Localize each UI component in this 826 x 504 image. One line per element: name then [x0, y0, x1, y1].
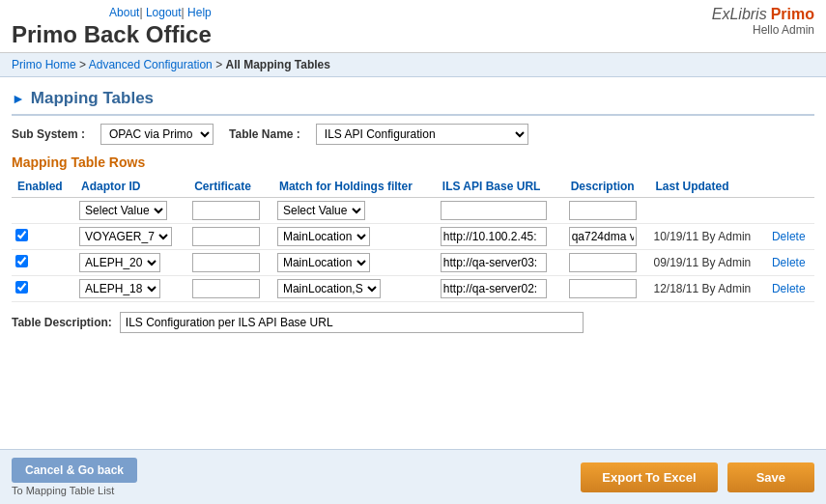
footer: Cancel & Go back To Mapping Table List E…: [0, 449, 826, 504]
filter-url-input[interactable]: [441, 201, 547, 220]
row-cert-cell: [188, 276, 273, 302]
row-delete-cell: Delete: [768, 276, 814, 302]
row-cert-input[interactable]: [192, 253, 260, 272]
tablename-select[interactable]: ILS API Configuration: [316, 124, 528, 145]
export-button[interactable]: Export To Excel: [581, 462, 717, 492]
row-adaptor-select[interactable]: ALEPH_20: [79, 253, 160, 272]
filter-adaptor-cell: Select Value: [75, 198, 188, 224]
row-enabled-cell: [12, 224, 75, 250]
col-adaptor-id: Adaptor ID: [75, 176, 188, 198]
tablename-label: Table Name :: [229, 127, 300, 141]
row-match-cell: MainLocation: [273, 250, 437, 276]
breadcrumb-current: All Mapping Tables: [225, 58, 329, 71]
row-cert-input[interactable]: [192, 279, 260, 298]
footer-left: Cancel & Go back To Mapping Table List: [12, 458, 137, 496]
row-cert-cell: [188, 250, 273, 276]
row-adaptor-cell: ALEPH_20: [75, 250, 188, 276]
breadcrumb-home[interactable]: Primo Home: [12, 58, 76, 71]
filter-cert-cell: [188, 198, 273, 224]
row-url-cell: [437, 224, 565, 250]
logo-brand: Primo: [771, 6, 814, 23]
section-title: Mapping Tables: [31, 89, 154, 108]
filter-match-select[interactable]: Select Value: [277, 201, 365, 220]
row-desc-cell: [565, 224, 650, 250]
main-content: ► Mapping Tables Sub System : OPAC via P…: [0, 77, 826, 350]
logout-link[interactable]: Logout: [146, 6, 182, 19]
header-left: About| Logout| Help Primo Back Office: [12, 6, 212, 48]
row-cert-input[interactable]: [192, 227, 260, 246]
col-enabled: Enabled: [12, 176, 75, 198]
filter-adaptor-select[interactable]: Select Value: [79, 201, 167, 220]
about-link[interactable]: About: [109, 6, 139, 19]
help-link[interactable]: Help: [187, 6, 212, 19]
row-updated-cell: 09/19/11 By Admin: [649, 250, 767, 276]
col-certificate: Certificate: [188, 176, 273, 198]
row-desc-input[interactable]: [569, 253, 637, 272]
row-updated-cell: 10/19/11 By Admin: [649, 224, 767, 250]
row-match-select[interactable]: MainLocation: [277, 227, 370, 246]
table-body: Select Value Select Value: [12, 198, 814, 302]
delete-link[interactable]: Delete: [772, 282, 806, 295]
row-url-input[interactable]: [441, 227, 547, 246]
filter-cert-input[interactable]: [192, 201, 260, 220]
filter-enabled-cell: [12, 198, 75, 224]
header-right: ExLibris Primo Hello Admin: [712, 6, 814, 37]
breadcrumb: Primo Home > Advanced Configuration > Al…: [0, 53, 826, 77]
section-toggle-icon[interactable]: ►: [12, 91, 25, 106]
filter-desc-cell: [565, 198, 650, 224]
row-url-input[interactable]: [441, 253, 547, 272]
filter-row: Sub System : OPAC via Primo Table Name :…: [12, 124, 814, 145]
table-desc-label: Table Description:: [12, 316, 112, 329]
delete-link[interactable]: Delete: [772, 230, 806, 243]
table-desc-row: Table Description:: [12, 312, 814, 333]
filter-desc-input[interactable]: [569, 201, 637, 220]
filter-updated-cell: [649, 198, 767, 224]
delete-link[interactable]: Delete: [772, 256, 806, 269]
table-desc-input[interactable]: [120, 312, 584, 333]
app-title: Primo Back Office: [12, 21, 212, 48]
row-adaptor-select[interactable]: VOYAGER_7: [79, 227, 172, 246]
table-section-title: Mapping Table Rows: [12, 154, 814, 170]
row-updated-cell: 12/18/11 By Admin: [649, 276, 767, 302]
footer-sub-text: To Mapping Table List: [12, 485, 137, 496]
save-button[interactable]: Save: [727, 462, 814, 492]
row-desc-cell: [565, 250, 650, 276]
filter-url-cell: [437, 198, 565, 224]
row-adaptor-select[interactable]: ALEPH_18: [79, 279, 160, 298]
row-desc-input[interactable]: [569, 279, 637, 298]
row-enabled-cell: [12, 250, 75, 276]
col-match: Match for Holdings filter: [273, 176, 437, 198]
data-table: Enabled Adaptor ID Certificate Match for…: [12, 176, 814, 302]
section-header: ► Mapping Tables: [12, 85, 814, 116]
row-delete-cell: Delete: [768, 250, 814, 276]
row-enabled-checkbox[interactable]: [15, 229, 28, 241]
row-url-cell: [437, 276, 565, 302]
filter-match-cell: Select Value: [273, 198, 437, 224]
filter-input-row: Select Value Select Value: [12, 198, 814, 224]
logo-text: ExLibris: [712, 6, 767, 23]
breadcrumb-advanced[interactable]: Advanced Configuration: [89, 58, 213, 71]
row-url-input[interactable]: [441, 279, 547, 298]
col-description: Description: [565, 176, 650, 198]
table-row: ALEPH_20MainLocation09/19/11 By AdminDel…: [12, 250, 814, 276]
row-adaptor-cell: VOYAGER_7: [75, 224, 188, 250]
col-actions: [768, 176, 814, 198]
row-desc-cell: [565, 276, 650, 302]
row-match-cell: MainLocation: [273, 224, 437, 250]
row-enabled-checkbox[interactable]: [15, 281, 28, 294]
row-desc-input[interactable]: [569, 227, 637, 246]
row-match-select[interactable]: MainLocation: [277, 253, 370, 272]
row-enabled-checkbox[interactable]: [15, 255, 28, 267]
row-match-select[interactable]: MainLocation,S: [277, 279, 381, 298]
filter-action-cell: [768, 198, 814, 224]
table-row: VOYAGER_7MainLocation10/19/11 By AdminDe…: [12, 224, 814, 250]
table-header-row: Enabled Adaptor ID Certificate Match for…: [12, 176, 814, 198]
row-cert-cell: [188, 224, 273, 250]
cancel-button[interactable]: Cancel & Go back: [12, 458, 137, 483]
subsystem-label: Sub System :: [12, 127, 85, 141]
row-enabled-cell: [12, 276, 75, 302]
header: About| Logout| Help Primo Back Office Ex…: [0, 0, 826, 53]
subsystem-select[interactable]: OPAC via Primo: [100, 124, 214, 145]
top-nav: About| Logout| Help: [12, 6, 212, 19]
table-row: ALEPH_18MainLocation,S12/18/11 By AdminD…: [12, 276, 814, 302]
